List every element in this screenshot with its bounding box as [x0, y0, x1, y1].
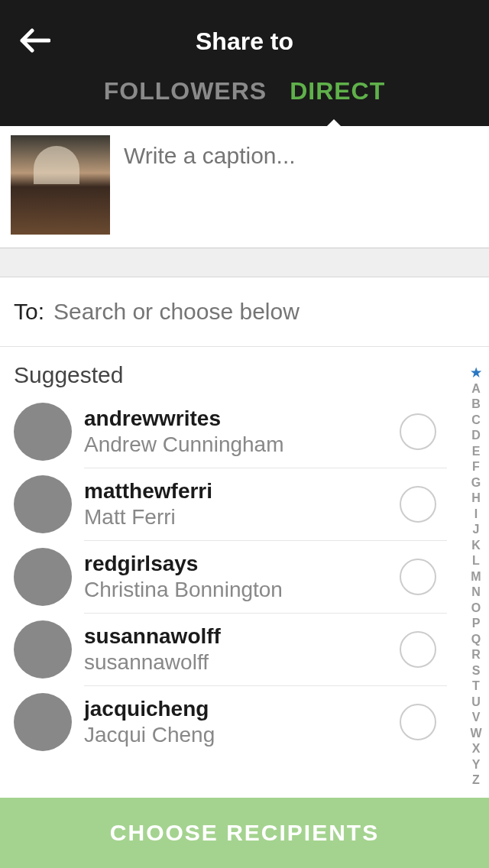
page-title: Share to [0, 0, 489, 56]
row-text: susannawolff susannawolff [84, 624, 400, 675]
caption-area [0, 126, 489, 248]
select-radio[interactable] [400, 704, 436, 740]
tab-direct[interactable]: DIRECT [290, 77, 385, 105]
alpha-letter[interactable]: L [472, 553, 480, 569]
display-name: Matt Ferri [84, 505, 400, 530]
display-name: Andrew Cunningham [84, 432, 400, 457]
alpha-letter[interactable]: U [471, 695, 481, 711]
tab-followers[interactable]: FOLLOWERS [104, 77, 267, 105]
alpha-letter[interactable]: H [471, 491, 481, 507]
alpha-letter[interactable]: G [471, 475, 481, 491]
alpha-letter[interactable]: J [473, 522, 480, 538]
tabs: FOLLOWERS DIRECT [0, 77, 489, 105]
select-radio[interactable] [400, 486, 436, 523]
avatar [14, 548, 72, 606]
row-text: jacquicheng Jacqui Cheng [84, 697, 400, 747]
alpha-letter[interactable]: V [472, 710, 481, 726]
list-item[interactable]: matthewferri Matt Ferri [84, 468, 447, 541]
to-label: To: [14, 299, 44, 325]
display-name: Christina Bonnington [84, 578, 400, 602]
alpha-letter[interactable]: M [471, 569, 481, 585]
choose-recipients-button[interactable]: CHOOSE RECIPIENTS [0, 798, 489, 868]
username: andrewwrites [84, 406, 400, 431]
header: Share to FOLLOWERS DIRECT [0, 0, 489, 126]
list-item[interactable]: susannawolff susannawolff [84, 614, 447, 686]
alpha-letter[interactable]: R [471, 647, 481, 663]
back-button[interactable] [15, 21, 53, 60]
alpha-letter[interactable]: S [472, 663, 481, 679]
suggested-list: andrewwrites Andrew Cunningham matthewfe… [0, 396, 489, 758]
list-item[interactable]: redgirlsays Christina Bonnington [84, 541, 447, 614]
alpha-letter[interactable]: I [474, 507, 478, 523]
display-name: susannawolff [84, 650, 400, 675]
avatar [14, 403, 72, 461]
select-radio[interactable] [400, 413, 436, 450]
list-item[interactable]: andrewwrites Andrew Cunningham [84, 396, 447, 468]
username: susannawolff [84, 624, 400, 649]
alpha-letter[interactable]: B [471, 397, 481, 413]
select-radio[interactable] [400, 631, 436, 668]
caption-input[interactable] [110, 135, 478, 238]
separator-strip [0, 248, 489, 277]
alpha-letter[interactable]: O [471, 601, 481, 617]
active-tab-indicator [324, 119, 344, 129]
alpha-letter[interactable]: P [472, 616, 481, 632]
avatar [14, 620, 72, 679]
alpha-letter[interactable]: W [470, 726, 481, 742]
alpha-letter[interactable]: E [472, 444, 481, 460]
username: jacquicheng [84, 697, 400, 721]
alpha-letter[interactable]: X [472, 741, 481, 757]
list-item[interactable]: jacquicheng Jacqui Cheng [84, 686, 447, 758]
to-row: To: [0, 277, 489, 347]
alpha-letter[interactable]: Q [471, 632, 481, 648]
alpha-letter[interactable]: N [471, 585, 481, 601]
suggested-heading: Suggested [0, 347, 489, 396]
username: matthewferri [84, 479, 400, 504]
select-radio[interactable] [400, 559, 436, 595]
alpha-letter[interactable]: C [471, 413, 481, 429]
alpha-letter[interactable]: F [472, 459, 480, 475]
alpha-letter[interactable]: A [471, 381, 481, 397]
display-name: Jacqui Cheng [84, 723, 400, 747]
avatar [14, 693, 72, 751]
alpha-letter[interactable]: T [472, 679, 480, 695]
alpha-letter[interactable]: K [471, 538, 481, 554]
row-text: matthewferri Matt Ferri [84, 479, 400, 530]
row-text: redgirlsays Christina Bonnington [84, 552, 400, 602]
alpha-letter[interactable]: Z [472, 772, 480, 789]
avatar [14, 475, 72, 533]
recipient-search-input[interactable] [53, 299, 475, 325]
row-text: andrewwrites Andrew Cunningham [84, 406, 400, 457]
star-icon[interactable]: ★ [471, 365, 481, 381]
alpha-letter[interactable]: Y [472, 757, 481, 773]
alpha-letter[interactable]: D [471, 428, 481, 444]
back-arrow-icon [18, 28, 50, 53]
username: redgirlsays [84, 552, 400, 576]
photo-thumbnail[interactable] [11, 135, 110, 235]
alpha-index[interactable]: ★ A B C D E F G H I J K L M N O P Q R S … [466, 365, 486, 789]
